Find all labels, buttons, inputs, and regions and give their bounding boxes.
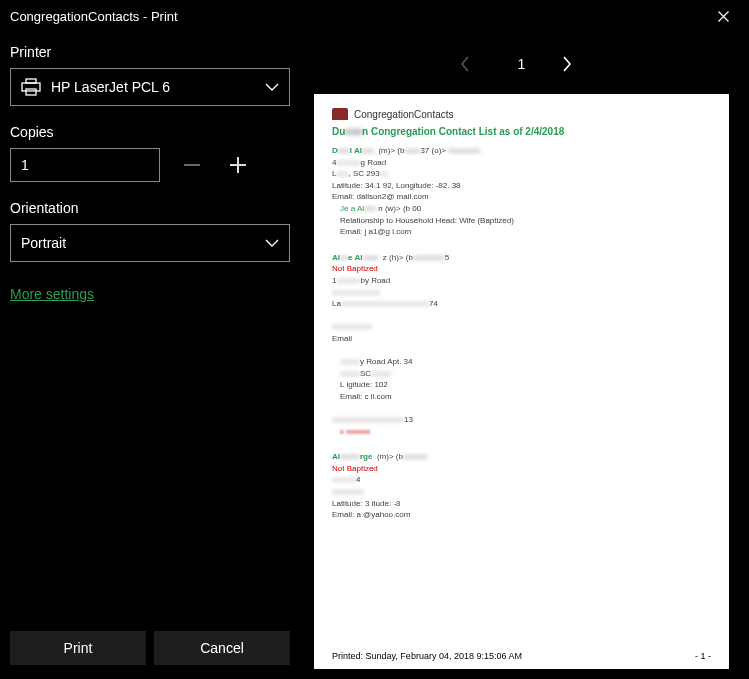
- page-number: 1: [518, 56, 526, 72]
- chevron-right-icon: [563, 56, 572, 72]
- print-preview-page: CongregationContacts Duxxxn Congregation…: [314, 94, 729, 669]
- prev-page-button[interactable]: [460, 56, 480, 72]
- svg-rect-2: [26, 89, 36, 95]
- minus-icon: [184, 164, 200, 166]
- printer-label: Printer: [10, 44, 290, 60]
- settings-panel: Printer HP LaserJet PCL 6 Copies Orienta…: [0, 32, 300, 679]
- title-bar: CongregationContacts - Print: [0, 0, 749, 32]
- contact-entry: Dxxxl Alxxx (m)> (bxxxx37 (o)> xxxxxxxx …: [332, 145, 711, 238]
- svg-rect-1: [22, 83, 40, 91]
- preview-footer-pagenum: - 1 -: [695, 651, 711, 661]
- preview-app-title: CongregationContacts: [354, 109, 454, 120]
- app-logo-icon: [332, 108, 348, 120]
- preview-footer-printed: Printed: Sunday, February 04, 2018 9:15:…: [332, 651, 522, 661]
- copies-input[interactable]: [10, 148, 160, 182]
- page-navigation: 1: [314, 44, 729, 84]
- chevron-left-icon: [460, 56, 469, 72]
- orientation-dropdown[interactable]: Portrait: [10, 224, 290, 262]
- preview-panel: 1 CongregationContacts Duxxxn Congregati…: [300, 32, 749, 679]
- orientation-label: Orientation: [10, 200, 290, 216]
- svg-rect-5: [230, 164, 246, 166]
- contact-entry: Alxxxxxrge (m)> (bxxxxxx Not Baptized xx…: [332, 451, 711, 521]
- cancel-button[interactable]: Cancel: [154, 631, 290, 665]
- copies-decrement[interactable]: [178, 151, 206, 179]
- close-icon: [718, 11, 729, 22]
- contact-entry: Alxxe Alxxxx z (h)> (bxxxxxxxx5 Not Bapt…: [332, 252, 711, 438]
- more-settings-link[interactable]: More settings: [10, 286, 290, 302]
- orientation-selected: Portrait: [21, 235, 279, 251]
- printer-icon: [21, 78, 41, 96]
- copies-increment[interactable]: [224, 151, 252, 179]
- close-button[interactable]: [707, 0, 739, 32]
- plus-icon: [230, 157, 246, 173]
- print-button[interactable]: Print: [10, 631, 146, 665]
- chevron-down-icon: [265, 83, 279, 91]
- svg-rect-3: [184, 164, 200, 166]
- next-page-button[interactable]: [563, 56, 583, 72]
- chevron-down-icon: [265, 239, 279, 247]
- preview-list-title: Duxxxn Congregation Contact List as of 2…: [332, 126, 711, 137]
- copies-label: Copies: [10, 124, 290, 140]
- window-title: CongregationContacts - Print: [10, 9, 178, 24]
- printer-selected: HP LaserJet PCL 6: [51, 79, 279, 95]
- printer-dropdown[interactable]: HP LaserJet PCL 6: [10, 68, 290, 106]
